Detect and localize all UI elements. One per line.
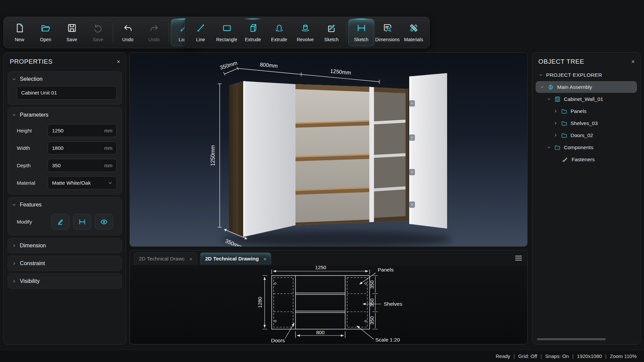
depth-input[interactable]: 350 mm bbox=[48, 159, 117, 172]
sketch-pencil-icon bbox=[326, 23, 337, 35]
tree-label: Cabinet_Wall_01 bbox=[564, 96, 603, 102]
redo-arrow-icon bbox=[149, 23, 159, 35]
label-panels: Panels bbox=[378, 267, 394, 273]
new-button[interactable]: New bbox=[6, 19, 33, 46]
constraint-title: Constraint bbox=[20, 260, 45, 266]
dimensions-label: Dimensions bbox=[375, 37, 399, 42]
viewport-3d[interactable]: 350mm 800mm 1250mm 1250mm 350mm bbox=[129, 52, 528, 247]
status-separator: | bbox=[572, 353, 574, 359]
toolbar-separator bbox=[346, 23, 346, 42]
modify-visibility-button[interactable] bbox=[95, 214, 113, 230]
tree-label: Shelves_03 bbox=[571, 120, 598, 126]
tab-close-icon[interactable]: × bbox=[263, 256, 266, 262]
height-value: 1250 bbox=[52, 128, 63, 134]
undo-button[interactable]: Undo bbox=[115, 19, 141, 46]
width-label: Width bbox=[17, 145, 48, 151]
dimensions-tool-button[interactable]: Dimensions bbox=[374, 19, 400, 46]
tree-item-shelves-03[interactable]: Shelves_03 bbox=[536, 117, 637, 129]
tree-label: Main Assembly bbox=[557, 84, 592, 90]
label-shelves: Shelves bbox=[384, 301, 402, 307]
tree-item-doors-02[interactable]: Doors_02 bbox=[536, 129, 637, 141]
tab-close-icon[interactable]: × bbox=[190, 256, 193, 262]
height-row: Height 1250 mm bbox=[8, 122, 121, 139]
height-input[interactable]: 1250 mm bbox=[48, 124, 117, 137]
material-dropdown[interactable]: Matte White/Oak bbox=[48, 176, 117, 189]
features-section: Features Modify bbox=[8, 197, 122, 235]
tree-item-panels[interactable]: Panels bbox=[536, 105, 637, 117]
fastener-screw-icon bbox=[562, 156, 569, 163]
extrude-label: Extrude bbox=[245, 37, 261, 42]
toolbar-separator bbox=[113, 23, 113, 42]
selection-value: Cabinet Unit 01 bbox=[21, 90, 57, 96]
dim-350-c: 350 bbox=[369, 316, 375, 324]
folder-icon bbox=[561, 108, 568, 115]
toolbar-file-group: New Open Save Save Undo Undo Lane bbox=[3, 17, 200, 48]
dim-350-b: 350 bbox=[369, 298, 375, 307]
tree-item-cabinet-wall-01[interactable]: Cabinet_Wall_01 bbox=[536, 93, 637, 105]
undo-label: Undo bbox=[122, 37, 133, 42]
tree-item-main-assembly[interactable]: Main Assembly bbox=[536, 81, 637, 93]
extrude-box-tool-button[interactable]: Extrude bbox=[240, 19, 266, 46]
depth-row: Depth 350 mm bbox=[8, 157, 121, 174]
drawing-canvas[interactable]: 1250 1280 800 350 350 350 Panels Shelves… bbox=[130, 265, 527, 344]
visibility-header[interactable]: Visibility bbox=[8, 274, 121, 288]
dim-1250: 1250 bbox=[315, 265, 326, 270]
extrude-dome-tool-button[interactable]: Extrude bbox=[266, 19, 292, 46]
parameters-header[interactable]: Parameters bbox=[8, 108, 121, 122]
save-button[interactable]: Save bbox=[59, 19, 85, 46]
tree-label: Panels bbox=[571, 108, 586, 114]
visibility-section: Visibility bbox=[8, 274, 122, 289]
open-button[interactable]: Open bbox=[33, 19, 59, 46]
tab-2d-drawing-inactive[interactable]: 2D Technical Drawc × bbox=[134, 252, 197, 265]
materials-label: Materials bbox=[404, 37, 423, 42]
tree-item-project-explorer[interactable]: PROJECT EXPLORER bbox=[536, 69, 637, 81]
dimensions-doc-icon bbox=[382, 23, 393, 35]
sketch-tool-button[interactable]: Sketch bbox=[318, 19, 344, 46]
tree-label: PROJECT EXPLORER bbox=[546, 72, 602, 78]
chevron-right-icon bbox=[12, 261, 16, 265]
line-tool-button[interactable]: Line bbox=[187, 19, 214, 46]
modify-row: Modify bbox=[8, 212, 121, 235]
open-label: Open bbox=[40, 37, 51, 42]
drawing-menu-icon[interactable] bbox=[515, 254, 522, 262]
status-separator: | bbox=[540, 353, 542, 359]
object-tree-scrollbar[interactable] bbox=[537, 338, 606, 340]
chevron-right-icon bbox=[554, 121, 558, 125]
rectangle-tool-button[interactable]: Rectangle bbox=[214, 19, 240, 46]
sketch-dimension-tool-button[interactable]: Sketch bbox=[348, 19, 374, 46]
revolve-tool-button[interactable]: Revolve bbox=[292, 19, 318, 46]
depth-value: 350 bbox=[52, 163, 61, 169]
modify-label: Modify bbox=[17, 219, 48, 225]
chevron-down-icon bbox=[108, 181, 112, 185]
tab-2d-drawing-active[interactable]: 2D Technical Drawing × bbox=[200, 252, 271, 265]
modify-edit-button[interactable] bbox=[51, 214, 69, 230]
material-row: Material Matte White/Oak bbox=[8, 174, 121, 194]
materials-tool-button[interactable]: Materials bbox=[400, 19, 427, 46]
width-input[interactable]: 1800 mm bbox=[48, 141, 117, 155]
tree-label: Fasteners bbox=[572, 157, 595, 163]
new-file-icon bbox=[14, 23, 25, 35]
label-scale: Scale 1:20 bbox=[375, 337, 400, 343]
features-header[interactable]: Features bbox=[8, 197, 121, 212]
tree-item-fasteners[interactable]: Fasteners bbox=[536, 154, 637, 165]
object-tree-panel: OBJECT TREE × PROJECT EXPLORER Main Asse… bbox=[532, 52, 641, 345]
folder-icon bbox=[561, 120, 568, 127]
dimension-title: Dimension bbox=[20, 242, 46, 249]
object-tree-title: OBJECT TREE bbox=[538, 58, 584, 65]
selection-header[interactable]: Selection bbox=[8, 72, 121, 86]
selection-value-field[interactable]: Cabinet Unit 01 bbox=[17, 86, 117, 100]
chevron-right-icon bbox=[12, 244, 16, 248]
object-tree-close-icon[interactable]: × bbox=[631, 59, 635, 65]
tree-item-components[interactable]: Components bbox=[536, 141, 637, 153]
properties-close-icon[interactable]: × bbox=[117, 59, 120, 65]
pencil-underline-icon bbox=[56, 218, 64, 226]
dimension-header[interactable]: Dimension bbox=[8, 238, 121, 253]
label-doors: Doors bbox=[271, 338, 285, 343]
extrude-cube-icon bbox=[248, 23, 258, 35]
status-separator: | bbox=[514, 353, 515, 359]
assembly-brain-icon bbox=[547, 84, 554, 90]
material-value: Matte White/Oak bbox=[52, 180, 91, 186]
constraint-header[interactable]: Constraint bbox=[8, 256, 121, 270]
rectangle-label: Rectangle bbox=[216, 37, 237, 42]
modify-dimension-button[interactable] bbox=[73, 214, 91, 230]
